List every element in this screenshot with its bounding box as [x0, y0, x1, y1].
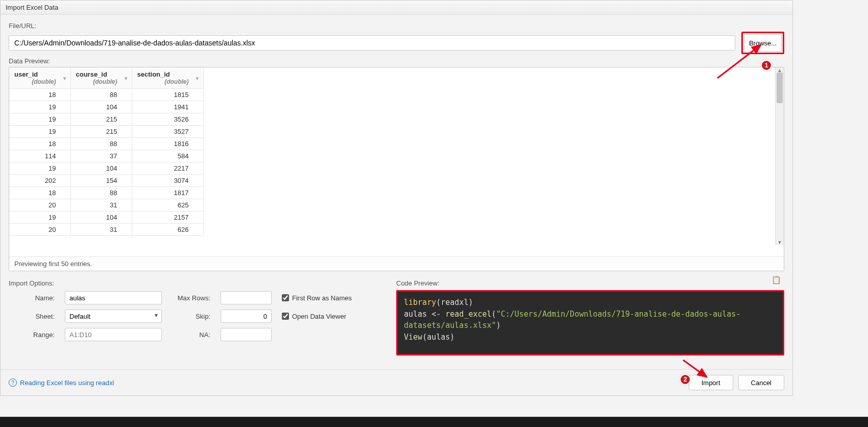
table-row: 192153527	[9, 126, 203, 138]
table-cell: 19	[9, 126, 70, 138]
first-row-checkbox[interactable]	[282, 294, 289, 301]
table-cell: 20	[9, 224, 70, 236]
table-row: 11437584	[9, 150, 203, 162]
na-label: NA:	[172, 331, 210, 339]
table-cell: 104	[70, 162, 132, 175]
skip-label: Skip:	[172, 313, 210, 320]
table-cell: 20	[9, 199, 70, 211]
chevron-down-icon[interactable]: ▼	[62, 75, 67, 81]
import-options-label: Import Options:	[9, 279, 384, 287]
table-cell: 202	[9, 175, 70, 187]
table-cell: 2157	[132, 211, 203, 224]
dialog-title: Import Excel Data	[1, 1, 792, 15]
chevron-down-icon[interactable]: ▼	[195, 75, 200, 81]
table-cell: 215	[70, 126, 132, 138]
file-url-label: File/URL:	[9, 22, 784, 30]
background-bar	[0, 417, 868, 427]
file-url-input[interactable]	[9, 35, 735, 51]
table-row: 2021543074	[9, 175, 203, 187]
open-viewer-checkbox[interactable]	[282, 313, 289, 320]
range-input[interactable]	[65, 328, 162, 341]
table-row: 18881816	[9, 138, 203, 150]
cancel-button[interactable]: Cancel	[738, 375, 784, 390]
table-row: 18881815	[9, 89, 203, 101]
annotation-badge-1: 1	[761, 60, 772, 71]
range-label: Range:	[19, 331, 55, 339]
table-cell: 3527	[132, 126, 203, 138]
table-cell: 3526	[132, 113, 203, 126]
table-cell: 1941	[132, 101, 203, 113]
skip-input[interactable]	[221, 310, 272, 323]
name-label: Name:	[19, 294, 55, 302]
scroll-down-icon[interactable]: ▼	[776, 240, 784, 245]
column-header[interactable]: course_id (double) ▼	[70, 67, 132, 89]
table-row: 191041941	[9, 101, 203, 113]
annotation-badge-2: 2	[680, 374, 691, 385]
scroll-thumb[interactable]	[777, 73, 783, 103]
help-icon: ?	[9, 378, 17, 387]
table-row: 191042217	[9, 162, 203, 175]
table-cell: 18	[9, 187, 70, 199]
table-cell: 584	[132, 150, 203, 162]
preview-scrollbar[interactable]: ▲ ▼	[775, 67, 784, 245]
table-cell: 37	[70, 150, 132, 162]
na-input[interactable]	[221, 328, 272, 341]
code-preview-box[interactable]: library(readxl) aulas <- read_excel("C:/…	[396, 290, 784, 355]
table-cell: 154	[70, 175, 132, 187]
data-preview-panel: user_id (double) ▼ course_id (double) ▼ …	[9, 67, 784, 271]
table-cell: 88	[70, 89, 132, 101]
first-row-checkbox-row[interactable]: First Row as Names	[282, 294, 369, 302]
table-cell: 1816	[132, 138, 203, 150]
table-cell: 18	[9, 89, 70, 101]
preview-status-text: Previewing first 50 entries.	[9, 256, 784, 271]
table-cell: 19	[9, 162, 70, 175]
table-cell: 2217	[132, 162, 203, 175]
table-row: 191042157	[9, 211, 203, 224]
column-header[interactable]: user_id (double) ▼	[9, 67, 70, 89]
copy-icon[interactable]: 📋	[771, 275, 781, 284]
table-cell: 1817	[132, 187, 203, 199]
maxrows-input[interactable]	[221, 291, 272, 304]
table-cell: 114	[9, 150, 70, 162]
help-link-text: Reading Excel files using readxl	[20, 379, 114, 387]
table-row: 18881817	[9, 187, 203, 199]
table-cell: 31	[70, 224, 132, 236]
maxrows-label: Max Rows:	[172, 294, 210, 302]
table-row: 192153526	[9, 113, 203, 126]
code-preview-label: Code Preview:	[396, 279, 784, 287]
column-header[interactable]: section_id (double) ▼	[132, 67, 203, 89]
table-cell: 625	[132, 199, 203, 211]
table-row: 2031626	[9, 224, 203, 236]
table-cell: 31	[70, 199, 132, 211]
table-cell: 19	[9, 113, 70, 126]
table-cell: 1815	[132, 89, 203, 101]
table-row: 2031625	[9, 199, 203, 211]
first-row-label: First Row as Names	[292, 294, 352, 302]
sheet-select[interactable]: Default	[65, 310, 162, 323]
open-viewer-checkbox-row[interactable]: Open Data Viewer	[282, 313, 369, 320]
sheet-label: Sheet:	[19, 313, 55, 320]
chevron-down-icon[interactable]: ▼	[124, 75, 129, 81]
open-viewer-label: Open Data Viewer	[292, 313, 346, 320]
data-preview-table: user_id (double) ▼ course_id (double) ▼ …	[9, 67, 204, 236]
table-cell: 215	[70, 113, 132, 126]
table-cell: 626	[132, 224, 203, 236]
table-cell: 88	[70, 138, 132, 150]
table-cell: 19	[9, 211, 70, 224]
table-cell: 3074	[132, 175, 203, 187]
table-cell: 19	[9, 101, 70, 113]
table-cell: 104	[70, 101, 132, 113]
name-input[interactable]	[65, 291, 162, 304]
svg-line-0	[717, 45, 761, 78]
import-dialog: Import Excel Data File/URL: Browse... Da…	[0, 0, 793, 396]
table-cell: 104	[70, 211, 132, 224]
annotation-arrow-1	[715, 40, 771, 81]
table-cell: 88	[70, 187, 132, 199]
data-preview-label: Data Preview:	[9, 57, 784, 65]
help-link[interactable]: ? Reading Excel files using readxl	[9, 378, 114, 387]
table-cell: 18	[9, 138, 70, 150]
